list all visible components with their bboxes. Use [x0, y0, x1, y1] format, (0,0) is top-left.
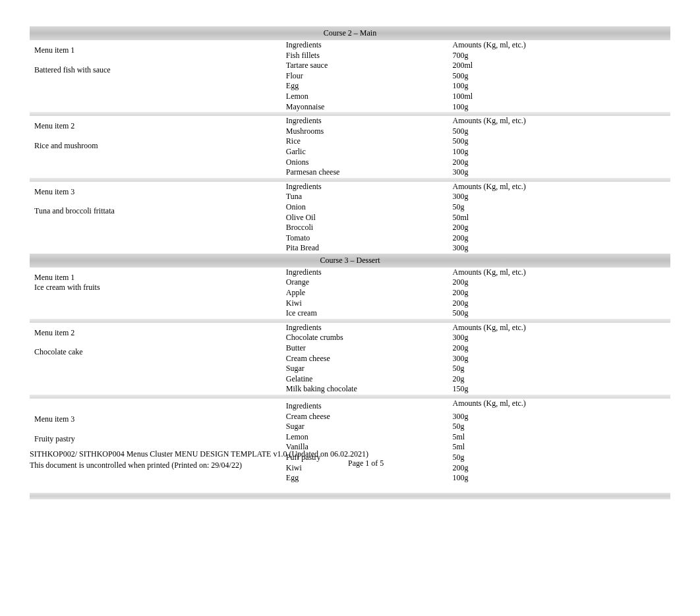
menu-item-label: Menu item 3 — [34, 414, 286, 425]
amounts-header: Amounts (Kg, ml, etc.) — [453, 40, 670, 51]
amount-cell: 150g — [453, 384, 670, 395]
amount-cell: 5ml — [453, 432, 670, 443]
ingredient-cell: Milk baking chocolate — [286, 384, 453, 395]
ingredients-header: Ingredients — [286, 116, 453, 126]
amount-cell: 300g — [453, 167, 670, 178]
ingredients-header: Ingredients — [286, 323, 453, 333]
menu-item-name: Ice cream with fruits — [34, 283, 286, 293]
ingredient-cell: Onion — [286, 202, 453, 213]
amount-cell: 200g — [453, 277, 670, 288]
ingredient-cell: Ice cream — [286, 308, 453, 319]
amount-cell: 100g — [453, 147, 670, 157]
ingredient-cell: Chocolate crumbs — [286, 333, 453, 343]
ingredient-cell: Mayonnaise — [286, 102, 453, 113]
amount-cell: 100g — [453, 81, 670, 92]
ingredient-cell: Lemon — [286, 92, 453, 102]
amount-cell: 20g — [453, 374, 670, 385]
menu-item-label: Menu item 2 — [34, 121, 286, 132]
menu-item-label: Menu item 2 — [34, 328, 286, 339]
footer-line-1: SITHKOP002/ SITHKOP004 Menus Cluster MEN… — [30, 449, 368, 459]
ingredient-cell: Parmesan cheese — [286, 167, 453, 178]
menu-item-name: Battered fish with sauce — [34, 65, 286, 76]
ingredient-cell: Onions — [286, 157, 453, 168]
amount-cell: 700g — [453, 51, 670, 61]
empty-row — [30, 484, 670, 493]
ingredient-cell: Egg — [286, 473, 453, 484]
amount-cell: 500g — [453, 71, 670, 82]
amount-cell: 300g — [453, 354, 670, 364]
menu-item-name: Chocolate cake — [34, 347, 286, 358]
amount-cell: 50g — [453, 422, 670, 432]
amount-cell: 200ml — [453, 61, 670, 71]
amount-cell: 50g — [453, 364, 670, 374]
ingredient-cell: Pita Bread — [286, 243, 453, 254]
ingredients-header: Ingredients — [286, 40, 453, 51]
course-header: Course 2 – Main — [30, 26, 670, 40]
amount-cell: 200g — [453, 298, 670, 309]
ingredient-cell: Tuna — [286, 192, 453, 202]
ingredients-header: Ingredients — [286, 267, 453, 278]
ingredient-cell: Garlic — [286, 147, 453, 157]
amounts-header: Amounts (Kg, ml, etc.) — [453, 182, 670, 192]
amounts-header: Amounts (Kg, ml, etc.) — [453, 267, 670, 278]
row-separator — [30, 493, 670, 499]
amount-cell: 200g — [453, 288, 670, 298]
ingredient-cell: Cream cheese — [286, 354, 453, 364]
ingredient-cell: Kiwi — [286, 298, 453, 309]
ingredient-cell: Tartare sauce — [286, 61, 453, 71]
amounts-header: Amounts (Kg, ml, etc.) — [453, 399, 670, 412]
ingredient-cell: Flour — [286, 71, 453, 82]
ingredients-header: Ingredients — [286, 399, 453, 412]
ingredient-cell: Sugar — [286, 422, 453, 432]
ingredient-cell: Sugar — [286, 364, 453, 374]
amount-cell: 200g — [453, 157, 670, 168]
empty-row — [30, 499, 670, 509]
menu-item-name: Tuna and broccoli frittata — [34, 206, 286, 217]
amount-cell: 200g — [453, 463, 670, 474]
ingredient-cell: Broccoli — [286, 223, 453, 233]
ingredient-cell: Gelatine — [286, 374, 453, 385]
ingredient-cell: Mushrooms — [286, 126, 453, 137]
footer-line-2: This document is uncontrolled when print… — [30, 461, 368, 470]
amount-cell: 300g — [453, 412, 670, 422]
menu-item-name: Rice and mushroom — [34, 141, 286, 152]
amount-cell: 300g — [453, 192, 670, 202]
amount-cell: 5ml — [453, 442, 670, 453]
amount-cell: 100ml — [453, 92, 670, 102]
amount-cell: 200g — [453, 223, 670, 233]
ingredient-cell: Cream cheese — [286, 412, 453, 422]
page-number: Page 1 of 5 — [348, 459, 384, 468]
ingredient-cell: Egg — [286, 81, 453, 92]
footer: SITHKOP002/ SITHKOP004 Menus Cluster MEN… — [30, 449, 368, 470]
amount-cell: 300g — [453, 333, 670, 343]
ingredient-cell: Olive Oil — [286, 213, 453, 223]
amount-cell: 200g — [453, 343, 670, 354]
menu-item-name: Fruity pastry — [34, 434, 286, 445]
amount-cell: 500g — [453, 126, 670, 137]
ingredient-cell: Rice — [286, 136, 453, 147]
ingredient-cell: Fish fillets — [286, 51, 453, 61]
amount-cell: 50g — [453, 202, 670, 213]
course-3-table: Menu item 1 Ice cream with fruits Ingred… — [30, 267, 670, 509]
amount-cell: 200g — [453, 233, 670, 244]
ingredients-header: Ingredients — [286, 182, 453, 192]
ingredient-cell: Tomato — [286, 233, 453, 244]
ingredient-cell: Butter — [286, 343, 453, 354]
course-header: Course 3 – Dessert — [30, 254, 670, 267]
ingredient-cell: Lemon — [286, 432, 453, 443]
amount-cell: 300g — [453, 243, 670, 254]
menu-item-label: Menu item 1 — [34, 45, 286, 56]
menu-item-label: Menu item 1 — [34, 273, 286, 283]
menu-item-label: Menu item 3 — [34, 187, 286, 198]
amount-cell: 100g — [453, 473, 670, 484]
amounts-header: Amounts (Kg, ml, etc.) — [453, 116, 670, 126]
ingredient-cell: Orange — [286, 277, 453, 288]
amounts-header: Amounts (Kg, ml, etc.) — [453, 323, 670, 333]
amount-cell: 50ml — [453, 213, 670, 223]
course-2-table: Menu item 1 Battered fish with sauce Ing… — [30, 40, 670, 254]
ingredient-cell: Apple — [286, 288, 453, 298]
amount-cell: 100g — [453, 102, 670, 113]
amount-cell: 50g — [453, 453, 670, 463]
amount-cell: 500g — [453, 136, 670, 147]
amount-cell: 500g — [453, 308, 670, 319]
